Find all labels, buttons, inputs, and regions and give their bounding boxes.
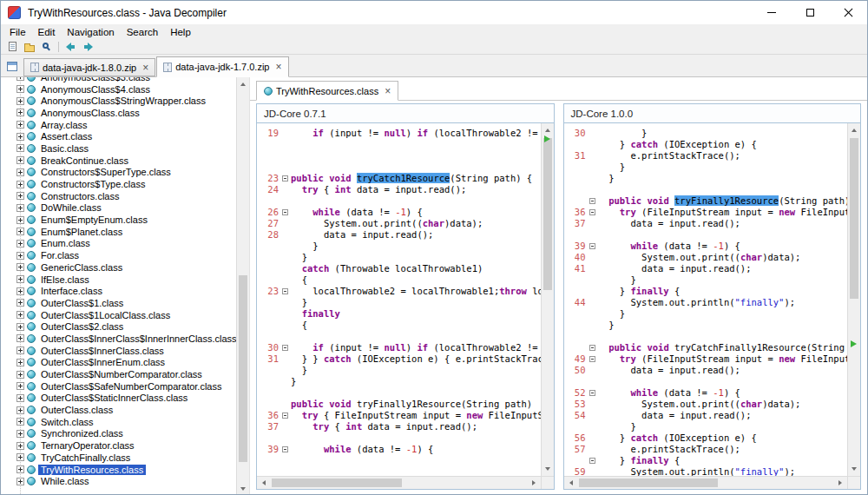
code-text[interactable]: data = input.read(); [598, 263, 848, 274]
code-text[interactable]: } [598, 320, 848, 331]
code-text[interactable] [598, 229, 848, 241]
code-area[interactable]: 30 } } catch (IOException e) {31 e.print… [564, 123, 848, 476]
tab-close-icon[interactable]: × [142, 63, 148, 73]
expand-icon[interactable] [16, 453, 24, 461]
tree-item[interactable]: Enum$EmptyEnum.class [1, 214, 249, 226]
scroll-down-button[interactable] [237, 482, 249, 495]
code-text[interactable] [291, 195, 541, 207]
horizontal-scrollbar[interactable] [257, 476, 541, 489]
code-text[interactable]: } [598, 162, 848, 173]
fold-toggle[interactable] [587, 455, 598, 466]
code-text[interactable]: } [598, 274, 848, 286]
expand-icon[interactable] [16, 109, 24, 116]
expand-icon[interactable] [16, 204, 24, 212]
tree-item[interactable]: Array.class [1, 119, 249, 131]
expand-icon[interactable] [16, 346, 24, 354]
tree-item[interactable]: Synchronized.class [1, 428, 249, 440]
code-text[interactable]: if (input != null) if (localThrowable2 !… [291, 342, 541, 353]
expand-icon[interactable] [16, 168, 24, 176]
expand-icon[interactable] [16, 275, 24, 283]
tree-item[interactable]: OuterClass$1LocalClass.class [1, 309, 249, 321]
maximize-button[interactable] [791, 1, 829, 24]
code-text[interactable] [291, 150, 541, 162]
code-text[interactable]: if (input != null) if (localThrowable2 !… [291, 128, 541, 139]
code-text[interactable] [291, 387, 541, 399]
code-text[interactable]: } [291, 252, 541, 263]
search-button[interactable] [38, 40, 56, 54]
expand-icon[interactable] [16, 144, 24, 152]
expand-icon[interactable] [16, 430, 24, 438]
code-text[interactable]: } [598, 421, 848, 432]
code-text[interactable] [291, 331, 541, 342]
expand-icon[interactable] [16, 228, 24, 235]
code-text[interactable]: } catch (IOException e) { [598, 432, 848, 444]
code-text[interactable]: while (data != -1) { [291, 207, 541, 218]
vertical-scrollbar[interactable] [541, 123, 554, 476]
tree-item[interactable]: OuterClass$InnerClass$InnerInnerClass.cl… [1, 333, 249, 345]
tree-item[interactable]: GenericClass.class [1, 261, 249, 274]
code-text[interactable]: } [291, 297, 541, 308]
tree-item[interactable]: OuterClass$2.class [1, 320, 249, 333]
code-text[interactable]: public void tryFinally1Resource(String p… [598, 195, 848, 207]
tree-item[interactable]: Assert.class [1, 130, 249, 142]
expand-icon[interactable] [16, 323, 24, 331]
tree-item[interactable]: Interface.class [1, 285, 249, 297]
code-text[interactable]: e.printStackTrace(); [598, 150, 848, 162]
code-text[interactable]: try { int data = input.read(); [291, 421, 541, 432]
scrollbar-thumb[interactable] [850, 138, 858, 299]
scroll-left-button[interactable] [257, 477, 271, 489]
tree-item[interactable]: DoWhile.class [1, 202, 249, 214]
expand-icon[interactable] [16, 442, 24, 450]
expand-icon[interactable] [16, 418, 24, 426]
fold-toggle[interactable] [279, 342, 291, 353]
expand-icon[interactable] [16, 371, 24, 379]
tree-item[interactable]: Constructors$Type.class [1, 178, 249, 190]
code-text[interactable]: } [291, 365, 541, 376]
code-text[interactable]: try (FileInputStream input = new FileInp… [598, 353, 848, 365]
tree-item[interactable]: AnonymousClass.class [1, 107, 249, 119]
vertical-scrollbar[interactable] [847, 123, 860, 476]
code-text[interactable]: } finally { [598, 455, 848, 466]
close-button[interactable] [829, 1, 867, 24]
tree-item[interactable]: OuterClass.class [1, 404, 249, 416]
tree-item[interactable]: BreakContinue.class [1, 155, 249, 167]
scrollbar-thumb[interactable] [239, 275, 247, 462]
expand-icon[interactable] [16, 287, 24, 295]
code-text[interactable]: System.out.print((char)data); [598, 252, 848, 263]
scroll-right-button[interactable] [527, 477, 541, 489]
scroll-down-button[interactable] [542, 462, 554, 476]
fold-toggle[interactable] [587, 241, 598, 252]
expand-icon[interactable] [16, 263, 24, 271]
code-text[interactable]: } catch (IOException e) { [598, 139, 848, 150]
code-text[interactable]: { [291, 320, 541, 331]
expand-icon[interactable] [16, 216, 24, 224]
expand-icon[interactable] [16, 192, 24, 200]
fold-toggle[interactable] [279, 444, 291, 455]
tree-item[interactable]: OuterClass$1.class [1, 297, 249, 309]
code-text[interactable]: while (data != -1) { [598, 387, 848, 399]
fold-toggle[interactable] [279, 286, 291, 297]
code-text[interactable]: finally [291, 308, 541, 320]
archive-tab[interactable]: data-java-jdk-1.8.0.zip× [23, 58, 155, 76]
code-text[interactable]: } [598, 128, 848, 139]
code-text[interactable]: while (data != -1) { [291, 444, 541, 455]
code-text[interactable]: public void tryCatchFinally1Resource(Str… [598, 342, 848, 353]
expand-icon[interactable] [16, 97, 24, 105]
code-area[interactable]: 19 if (input != null) if (localThrowable… [257, 123, 541, 476]
horizontal-scrollbar[interactable] [564, 476, 848, 489]
fold-toggle[interactable] [279, 207, 291, 218]
code-text[interactable]: public void tryCatch1Resource(String pat… [291, 173, 541, 184]
scrollbar-thumb[interactable] [543, 138, 552, 290]
tree-item[interactable]: Basic.class [1, 142, 249, 155]
code-text[interactable]: catch (Throwable localThrowable1) [291, 263, 541, 274]
tree-item[interactable]: TryCatchFinally.class [1, 452, 249, 464]
code-text[interactable]: } } catch (IOException e) { e.printStack… [291, 353, 541, 365]
expand-icon[interactable] [16, 334, 24, 342]
tab-close-icon[interactable]: × [385, 86, 391, 96]
fold-toggle[interactable] [587, 353, 598, 365]
code-text[interactable]: while (data != -1) { [598, 241, 848, 252]
expand-icon[interactable] [16, 406, 24, 414]
expand-icon[interactable] [16, 465, 24, 473]
tree-item[interactable]: While.class [1, 475, 249, 487]
code-text[interactable]: data = input.read(); [291, 229, 541, 241]
